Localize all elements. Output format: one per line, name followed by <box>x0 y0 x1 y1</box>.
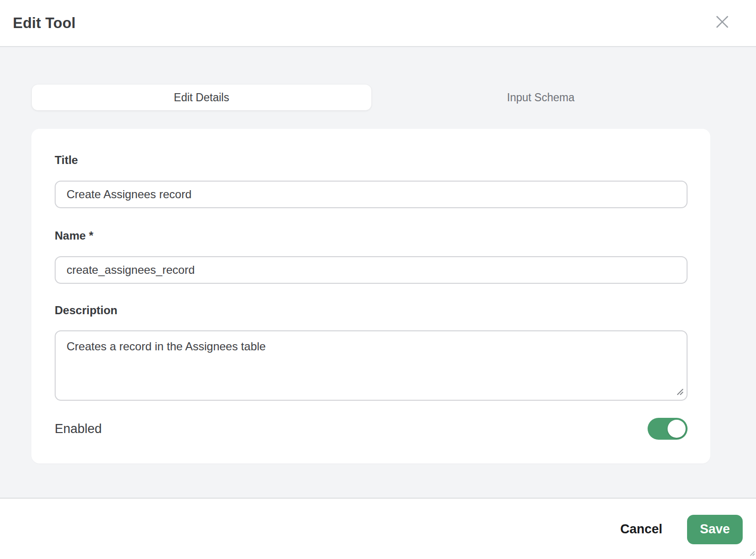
description-field-wrap: Creates a record in the Assignees table <box>55 330 688 401</box>
close-button[interactable] <box>715 15 730 30</box>
tab-edit-details[interactable]: Edit Details <box>32 85 371 110</box>
save-button[interactable]: Save <box>687 515 743 544</box>
name-input[interactable] <box>55 256 688 284</box>
enabled-row: Enabled <box>55 418 688 440</box>
description-textarea[interactable]: Creates a record in the Assignees table <box>55 330 688 401</box>
tab-edit-details-label: Edit Details <box>174 91 229 104</box>
name-label: Name * <box>55 229 688 242</box>
modal-header: Edit Tool <box>0 0 756 47</box>
description-label: Description <box>55 304 688 317</box>
enabled-toggle[interactable] <box>648 418 688 440</box>
tab-input-schema[interactable]: Input Schema <box>371 85 711 110</box>
tab-input-schema-label: Input Schema <box>507 91 574 104</box>
title-input[interactable] <box>55 181 688 208</box>
enabled-label: Enabled <box>55 422 102 436</box>
tabbar: Edit Details Input Schema <box>32 85 710 110</box>
edit-details-card: Title Name * Description Creates a recor… <box>31 129 710 463</box>
modal-title: Edit Tool <box>13 15 76 32</box>
modal-footer: Cancel Save <box>0 500 756 559</box>
close-icon <box>715 15 729 30</box>
toggle-knob <box>668 420 686 438</box>
title-label: Title <box>55 154 688 167</box>
cancel-button[interactable]: Cancel <box>618 522 664 537</box>
edit-tool-modal: Edit Tool Edit Details Input Schema Titl… <box>0 0 756 559</box>
modal-body: Edit Details Input Schema Title Name * D… <box>0 47 756 499</box>
